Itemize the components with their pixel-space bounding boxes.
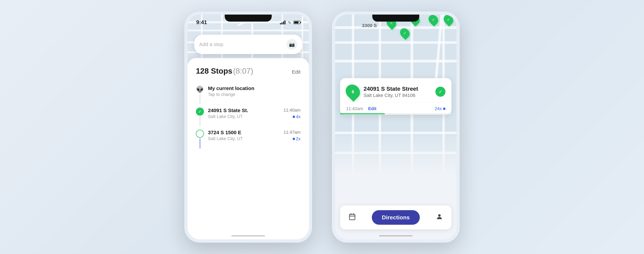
battery-icon — [294, 21, 300, 24]
camera-button[interactable]: 📷 — [286, 39, 297, 50]
stops-edit-button[interactable]: Edit — [292, 69, 300, 75]
stops-header: 128 Stops (8:07) Edit — [196, 66, 300, 75]
stop-content-current: My current location Tap to change — [208, 86, 300, 102]
status-icons-1: ∿ — [280, 20, 300, 25]
search-placeholder: Add a stop — [199, 41, 223, 47]
stop-sub-1: Salt Lake City, UT — [208, 114, 280, 119]
stop-icon-outline-2 — [196, 130, 204, 138]
stop-count-dot-2 — [293, 138, 295, 140]
calendar-icon[interactable] — [348, 213, 356, 222]
stop-detail-edit-button[interactable]: Edit — [368, 106, 376, 111]
bottom-nav: Directions — [340, 206, 452, 229]
phone-2: 3300 S ✓ ✓ ✓ ✓ — [332, 11, 460, 243]
stop-item-current[interactable]: 👽 My current location Tap to change — [196, 84, 300, 106]
svg-rect-0 — [350, 214, 355, 220]
stop-detail-count: 24x — [435, 106, 446, 111]
stops-count: 128 Stops — [196, 67, 232, 75]
stop-connector-current: 👽 — [196, 86, 204, 104]
search-bar-container: Add a stop 📷 — [194, 35, 302, 54]
stop-count-2: 2x — [293, 136, 300, 141]
stop-detail-card[interactable]: 6 24091 S State Street Salt Lake City, U… — [340, 78, 452, 115]
street-label-3300s: 3300 S — [362, 23, 377, 28]
progress-bar — [340, 113, 452, 114]
stop-content-1: 24091 S State St. Salt Lake City, UT — [208, 108, 280, 124]
stop-item-2[interactable]: 3724 S 1500 E Salt Lake City, UT 11:47am… — [196, 128, 300, 150]
person-icon[interactable] — [436, 213, 443, 222]
stop-detail-info: 24091 S State Street Salt Lake City, UT … — [364, 86, 431, 98]
status-time-1: 9:41 — [196, 19, 207, 25]
wifi-icon: ∿ — [288, 20, 291, 25]
stop-icon-alien: 👽 — [196, 86, 204, 94]
stop-meta-2: 11:47am 2x — [284, 130, 300, 141]
stop-time-2: 11:47am — [284, 130, 300, 135]
stop-count-dot-1 — [293, 116, 295, 118]
search-bar[interactable]: Add a stop 📷 — [194, 35, 302, 54]
notch — [225, 14, 272, 22]
stop-detail-header: 6 24091 S State Street Salt Lake City, U… — [346, 84, 446, 99]
stops-panel: 128 Stops (8:07) Edit 👽 My current locat… — [188, 58, 309, 240]
stops-title-container: 128 Stops (8:07) — [196, 66, 253, 75]
stop-meta-1: 11:40am 4x — [284, 108, 300, 119]
stop-detail-address: Salt Lake City, UT 84106 — [364, 93, 431, 98]
stop-name-2: 3724 S 1500 E — [208, 130, 280, 135]
stop-item-1[interactable]: ✓ 24091 S State St. Salt Lake City, UT 1… — [196, 106, 300, 128]
stop-name-current: My current location — [208, 86, 300, 91]
stop-icon-check-1: ✓ — [196, 108, 204, 116]
stop-detail-check-button[interactable]: ✓ — [435, 87, 446, 97]
signal-icon — [280, 20, 286, 24]
home-indicator-2 — [379, 235, 412, 237]
stop-name-1: 24091 S State St. — [208, 108, 280, 113]
svg-point-4 — [438, 214, 441, 217]
notch-2 — [372, 14, 419, 22]
map-pin-4: ✓ — [429, 14, 438, 25]
connector-line-1 — [200, 94, 200, 104]
home-indicator-1 — [232, 235, 265, 237]
progress-bar-fill — [340, 113, 385, 114]
stops-duration: (8:07) — [233, 67, 253, 75]
map-pin-5: ✓ — [444, 14, 453, 25]
stop-time-1: 11:40am — [284, 108, 300, 113]
stop-detail-icon: 6 — [343, 82, 363, 102]
stop-sub-2: Salt Lake City, UT — [208, 136, 280, 141]
phone-1: 9:41 ∿ — [184, 11, 312, 243]
connector-line-2 — [200, 116, 200, 126]
stop-detail-icon-number: 6 — [352, 89, 354, 94]
stop-connector-1: ✓ — [196, 108, 204, 126]
stop-count-1: 4x — [293, 114, 300, 119]
map-pin-3: ✓ — [400, 28, 409, 38]
stop-detail-name: 24091 S State Street — [364, 86, 431, 92]
connector-line-3 — [200, 138, 200, 148]
stop-connector-2 — [196, 130, 204, 148]
stop-detail-time: 11:42am — [346, 106, 363, 111]
stop-sub-current: Tap to change — [208, 92, 300, 97]
stop-detail-footer: 11:42am Edit 24x — [346, 103, 446, 115]
directions-button[interactable]: Directions — [372, 210, 420, 225]
stop-content-2: 3724 S 1500 E Salt Lake City, UT — [208, 130, 280, 146]
stop-list: 👽 My current location Tap to change ✓ — [196, 84, 300, 150]
stop-count-dot-detail — [443, 108, 446, 110]
